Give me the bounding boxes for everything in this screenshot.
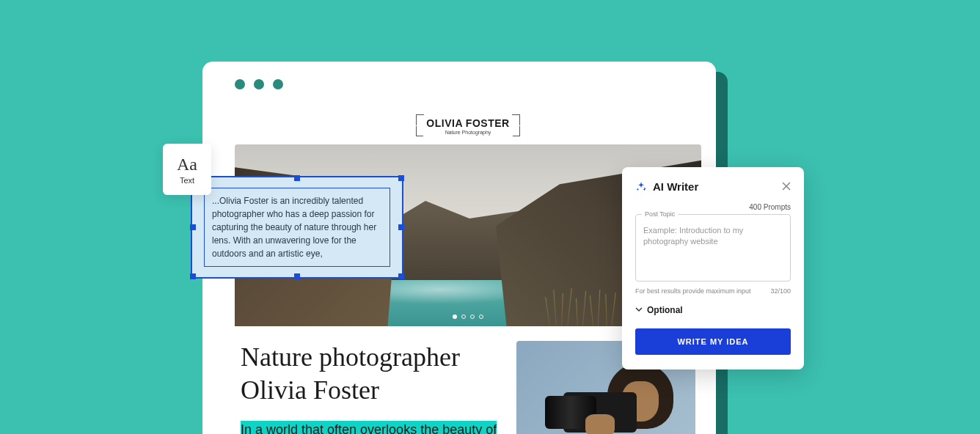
char-count: 32/100 <box>770 287 791 295</box>
ai-writer-panel: AI Writer 400 Prompts Post Topic Example… <box>622 167 804 369</box>
textbox-content[interactable]: ...Olivia Foster is an incredibly talent… <box>212 194 382 260</box>
optional-toggle[interactable]: Optional <box>635 305 791 315</box>
resize-handle-bl[interactable] <box>190 273 196 279</box>
carousel-dot-3[interactable] <box>470 315 475 319</box>
selected-text-element[interactable]: ...Olivia Foster is an incredibly talent… <box>191 176 403 279</box>
post-topic-placeholder: Example: Introduction to my photography … <box>643 225 783 248</box>
article-title[interactable]: Nature photographer Olivia Foster <box>241 341 502 407</box>
resize-handle-tr[interactable] <box>398 175 404 181</box>
text-icon: Aa <box>177 155 197 174</box>
chevron-down-icon <box>635 306 643 315</box>
text-tool-button[interactable]: Aa Text <box>163 144 211 195</box>
carousel-dot-1[interactable] <box>453 315 457 319</box>
carousel-indicators[interactable] <box>453 315 483 319</box>
resize-handle-tm[interactable] <box>294 175 300 181</box>
text-tool-label: Text <box>180 176 194 185</box>
resize-handle-ml[interactable] <box>190 224 196 230</box>
write-my-idea-button[interactable]: WRITE MY IDEA <box>635 328 791 355</box>
resize-handle-mr[interactable] <box>398 224 404 230</box>
brand-tagline: Nature Photography <box>426 130 509 135</box>
sparkle-icon <box>635 181 647 193</box>
carousel-dot-4[interactable] <box>479 315 483 319</box>
carousel-dot-2[interactable] <box>461 315 466 319</box>
helper-text: For best results provide maximum input <box>635 287 751 295</box>
window-controls <box>235 79 283 89</box>
resize-handle-bm[interactable] <box>294 273 300 279</box>
maximize-window-dot[interactable] <box>273 79 283 89</box>
ai-writer-title: AI Writer <box>653 180 698 193</box>
post-topic-label: Post Topic <box>642 210 678 218</box>
optional-label: Optional <box>647 305 683 315</box>
post-topic-input[interactable]: Post Topic Example: Introduction to my p… <box>635 214 791 282</box>
close-window-dot[interactable] <box>235 79 245 89</box>
site-logo[interactable]: OLIVIA FOSTER Nature Photography <box>235 108 701 144</box>
brand-name: OLIVIA FOSTER <box>426 117 509 129</box>
close-icon[interactable] <box>782 181 791 193</box>
article-body-highlighted[interactable]: In a world that often overlooks the beau… <box>241 421 497 434</box>
resize-handle-br[interactable] <box>398 273 404 279</box>
minimize-window-dot[interactable] <box>254 79 264 89</box>
